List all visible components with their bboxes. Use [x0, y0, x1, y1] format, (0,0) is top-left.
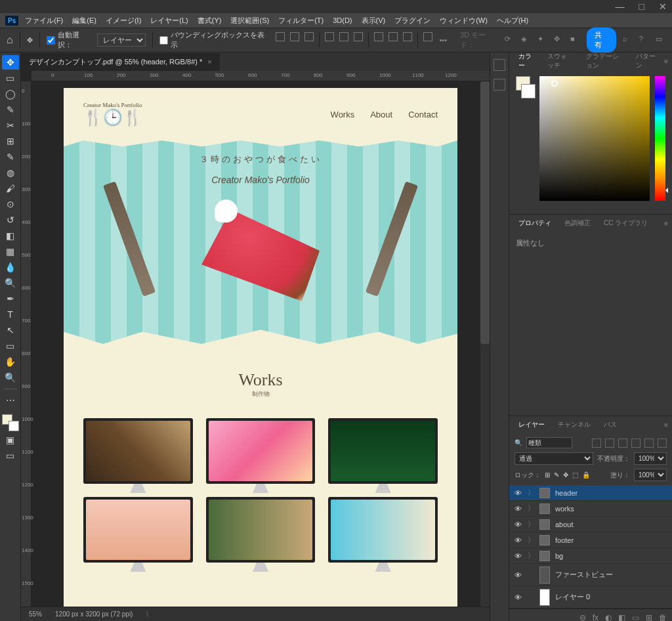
vertical-scrollbar[interactable] [480, 81, 490, 607]
panel-icon[interactable] [494, 79, 505, 91]
layer-row[interactable]: 👁〉bg [509, 548, 672, 564]
visibility-icon[interactable]: 👁 [513, 593, 522, 601]
fx-icon[interactable]: fx [593, 613, 598, 622]
menu-help[interactable]: ヘルプ(H) [494, 16, 531, 26]
close-tab-icon[interactable]: × [207, 58, 211, 66]
align-icon[interactable] [354, 32, 363, 41]
visibility-icon[interactable]: 👁 [513, 489, 522, 497]
zoom-level[interactable]: 55% [29, 610, 42, 618]
tab-patterns[interactable]: パターン [631, 49, 662, 73]
bbox-checkbox[interactable]: バウンディングボックスを表示 [159, 30, 265, 50]
layer-name[interactable]: footer [555, 536, 574, 544]
home-button[interactable]: ⌂ [7, 34, 13, 46]
tab-color[interactable]: カラー [513, 49, 539, 73]
expand-icon[interactable]: 〉 [528, 488, 534, 498]
close-button[interactable]: ✕ [659, 1, 667, 12]
lock-icon[interactable]: ✥ [563, 471, 568, 479]
lock-icon[interactable]: 🔒 [582, 471, 590, 479]
tab-libraries[interactable]: CC ライブラリ [598, 216, 653, 230]
wand-tool[interactable]: ✎ [2, 102, 19, 117]
panel-menu-icon[interactable]: ≡ [664, 421, 668, 429]
layer-row[interactable]: 👁ファーストビュー [509, 564, 672, 586]
maximize-button[interactable]: □ [639, 1, 644, 12]
filter-icon[interactable] [605, 439, 614, 448]
opacity-input[interactable]: 100% [634, 452, 667, 465]
frame-tool[interactable]: ⊞ [2, 134, 19, 148]
expand-icon[interactable]: 〉 [528, 535, 534, 545]
path-tool[interactable]: ↖ [2, 323, 19, 337]
more-icon[interactable] [423, 32, 432, 41]
align-icon[interactable] [290, 32, 299, 41]
menu-type[interactable]: 書式(Y) [195, 16, 224, 26]
workspace-icon[interactable]: ▭ [656, 35, 665, 45]
crop-tool[interactable]: ✂ [2, 118, 19, 133]
expand-icon[interactable]: 〉 [528, 503, 534, 513]
menu-file[interactable]: ファイル(F) [22, 16, 66, 26]
layer-name[interactable]: header [555, 489, 578, 497]
link-layers-icon[interactable]: ⊖ [579, 613, 586, 622]
layer-name[interactable]: about [555, 521, 574, 528]
type-tool[interactable]: T [2, 307, 19, 322]
color-swatches[interactable] [2, 414, 19, 431]
tab-paths[interactable]: パス [598, 418, 622, 432]
document-tab[interactable]: デザインカンプトップ.pdf @ 55% (header, RGB/8#) *× [21, 53, 220, 71]
align-icon[interactable] [276, 32, 285, 41]
tab-swatches[interactable]: スウォッチ [542, 49, 579, 73]
ruler-horizontal[interactable]: 0100200300400500600700800900100011001200 [32, 71, 490, 81]
visibility-icon[interactable]: 👁 [513, 521, 522, 528]
visibility-icon[interactable]: 👁 [513, 505, 522, 513]
new-layer-icon[interactable]: ⊞ [646, 613, 652, 622]
heal-tool[interactable]: ◍ [2, 165, 19, 180]
tab-layers[interactable]: レイヤー [513, 418, 550, 432]
delete-icon[interactable]: 🗑 [659, 613, 667, 622]
tab-channels[interactable]: チャンネル [553, 418, 596, 432]
lock-icon[interactable]: ⊞ [545, 471, 550, 479]
menu-layer[interactable]: レイヤー(L) [148, 16, 190, 26]
hand-tool[interactable]: ✋ [2, 354, 19, 369]
marquee-tool[interactable]: ▭ [2, 71, 19, 85]
mask-icon[interactable]: ◐ [605, 613, 612, 622]
visibility-icon[interactable]: 👁 [513, 552, 522, 560]
fg-bg-swatch[interactable] [516, 76, 534, 207]
menu-window[interactable]: ウィンドウ(W) [437, 16, 490, 26]
visibility-icon[interactable]: 👁 [513, 536, 522, 544]
history-brush-tool[interactable]: ↺ [2, 213, 19, 227]
gradient-tool[interactable]: ▦ [2, 244, 19, 259]
tab-gradients[interactable]: グラデーション [581, 49, 627, 73]
lock-icon[interactable]: ⬚ [572, 471, 578, 479]
zoom-tool[interactable]: 🔍 [2, 370, 19, 385]
layer-row[interactable]: 👁〉footer [509, 532, 672, 548]
visibility-icon[interactable]: 👁 [513, 571, 522, 579]
layer-row[interactable]: 👁〉header [509, 485, 672, 501]
dodge-tool[interactable]: 🔍 [2, 276, 19, 290]
brush-tool[interactable]: 🖌 [2, 181, 19, 196]
group-icon[interactable]: ▭ [632, 613, 639, 622]
mask-mode[interactable]: ▣ [2, 433, 19, 447]
ruler-vertical[interactable]: 0100200300400500600700800900100011001200… [21, 81, 32, 607]
menu-view[interactable]: 表示(V) [359, 16, 388, 26]
filter-toggle[interactable] [658, 439, 667, 448]
filter-icon[interactable] [644, 439, 654, 448]
menu-3d[interactable]: 3D(D) [330, 16, 354, 24]
panel-menu-icon[interactable]: ≡ [664, 220, 668, 227]
align-icon[interactable] [325, 32, 334, 41]
move-tool[interactable]: ✥ [2, 55, 19, 70]
edit-toolbar[interactable]: ⋯ [2, 393, 19, 408]
layer-row[interactable]: 👁〉about [509, 517, 672, 532]
filter-icon[interactable] [631, 439, 640, 448]
expand-icon[interactable]: 〉 [528, 551, 534, 561]
shape-tool[interactable]: ▭ [2, 339, 19, 353]
help-icon[interactable]: ? [639, 35, 649, 45]
layer-filter-input[interactable] [526, 437, 572, 448]
lasso-tool[interactable]: ◯ [2, 87, 19, 101]
color-field[interactable] [539, 76, 650, 201]
tab-adjustments[interactable]: 色調補正 [559, 216, 596, 230]
panel-icon[interactable] [494, 59, 505, 71]
tab-properties[interactable]: プロパティ [513, 216, 556, 230]
stamp-tool[interactable]: ⊙ [2, 197, 19, 211]
menu-plugins[interactable]: プラグイン [392, 16, 433, 26]
pen-tool[interactable]: ✒ [2, 291, 19, 306]
filter-icon[interactable] [618, 439, 627, 448]
fill-input[interactable]: 100% [634, 469, 667, 481]
collapsed-panels[interactable] [490, 53, 509, 621]
